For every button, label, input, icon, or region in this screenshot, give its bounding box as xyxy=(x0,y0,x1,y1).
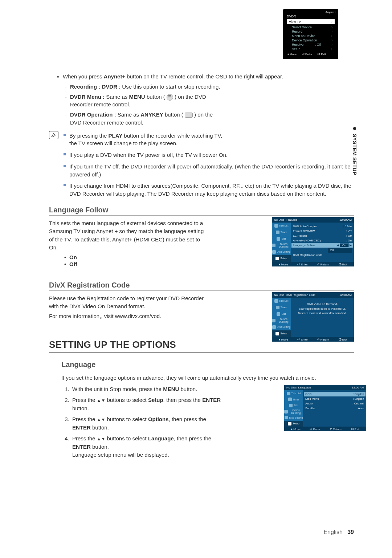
divx-info-line: DivX Video on Demand. xyxy=(293,302,352,307)
step-1: With the unit in Stop mode, press the ME… xyxy=(71,385,221,394)
osd-row-val: : Off xyxy=(315,43,321,46)
menu-row-label: DVD Auto Chapter xyxy=(293,225,328,228)
side-item: Disc Setting xyxy=(277,251,290,253)
osd-footer-move: ♦ Move xyxy=(287,53,297,56)
menu-row-val: : Original xyxy=(352,402,364,405)
footer-move: ♦ Move xyxy=(291,428,301,431)
anynet-logo: Anynet+ xyxy=(285,11,336,14)
side-item: Title List xyxy=(291,392,301,395)
menu-title: DivX Registration code xyxy=(286,293,315,297)
osd-header: DVDR xyxy=(285,15,336,18)
up-down-arrow-icon: ▲▼ xyxy=(97,436,106,441)
dubbing-icon xyxy=(284,410,288,414)
menu-row-val: : VR xyxy=(346,229,352,233)
side-item: Timer xyxy=(281,231,287,233)
side-item: DV/C8 Dubbing xyxy=(277,243,291,248)
osd-row: Menu on Device xyxy=(292,34,315,38)
side-item: DV/C8 Dubbing xyxy=(289,409,303,414)
footer-page-number: 39 xyxy=(347,529,354,535)
chevron-right-icon: › xyxy=(331,25,332,29)
osd-row: Receiver xyxy=(292,43,305,46)
menu-row-val: : English xyxy=(353,397,364,400)
anynet-osd-screenshot: Anynet+ DVDR View TV › Select Device› Re… xyxy=(283,9,338,59)
timer-icon xyxy=(276,231,279,234)
anykey-button-icon xyxy=(185,113,193,118)
menu-option: Off xyxy=(328,248,352,253)
side-item: Title List xyxy=(279,224,289,227)
menu-row-label: Subtitle xyxy=(305,407,340,410)
note-play: By pressing the PLAY button of the recor… xyxy=(69,132,225,148)
language-intro: If you set the language options in advan… xyxy=(61,374,354,382)
edit-icon xyxy=(277,312,280,316)
menu-row-highlight: Language Follow xyxy=(293,244,328,247)
features-menu-screenshot: No Disc Features 12:00 AM Title List Tim… xyxy=(272,217,354,266)
osd-footer-enter: ⏎ Enter xyxy=(302,53,312,56)
menu-row-label: Disc Menu xyxy=(305,397,340,400)
heading-divx: DivX Registration Code xyxy=(49,281,354,291)
footer-enter: ⏎ Enter xyxy=(297,338,307,341)
chevron-right-icon: › xyxy=(331,30,332,33)
menu-row-highlight-val: : English xyxy=(353,392,364,396)
footer-move: ♦ Move xyxy=(279,338,288,341)
chevron-right-icon: › xyxy=(331,38,332,42)
footer-enter: ⏎ Enter xyxy=(310,428,320,431)
side-item: Setup xyxy=(293,422,299,425)
note-hdmi: If you change from HDMI to other sources… xyxy=(69,182,354,198)
side-item: Disc Setting xyxy=(289,416,303,419)
footer-return: ↶ Return xyxy=(330,428,342,431)
gear-icon xyxy=(275,332,279,335)
osd-row: Select Device xyxy=(292,25,312,29)
timer-icon xyxy=(288,398,292,401)
menu-row-label: Audio xyxy=(305,402,340,405)
side-item: Edit xyxy=(294,404,298,407)
side-item: Edit xyxy=(281,237,286,240)
note-icon xyxy=(49,131,58,139)
nodisc-label: No Disc xyxy=(286,386,297,389)
menu-title: Features xyxy=(286,218,297,221)
footer-exit: ⦿ Exit xyxy=(351,428,360,431)
bullet-icon xyxy=(353,127,356,130)
note-poweroff: If you turn the TV off, the DVD Recorder… xyxy=(69,163,354,179)
menu-button-icon: ☰ xyxy=(167,94,173,101)
menu-row-label: EZ Record xyxy=(293,234,328,237)
clock: 12:00 AM xyxy=(352,386,364,389)
up-down-arrow-icon: ▲▼ xyxy=(97,417,106,422)
nodisc-label: No Disc xyxy=(274,293,284,297)
gear-icon xyxy=(275,257,279,260)
option-on: On xyxy=(69,254,209,260)
chevron-right-icon: › xyxy=(331,43,332,46)
osd-row: Record xyxy=(292,30,302,33)
heading-language: Language xyxy=(61,361,354,370)
titlelist-icon xyxy=(274,299,278,303)
chevron-right-icon: › xyxy=(331,20,332,24)
menu-row-val: : Auto xyxy=(357,407,364,410)
step-4: Press the ▲▼ buttons to select Language,… xyxy=(71,435,221,459)
page-footer: English _39 xyxy=(323,529,354,535)
side-item: Timer xyxy=(281,306,287,309)
divx-line2: For more information,, visit www.divx.co… xyxy=(49,312,209,321)
footer-move: ♦ Move xyxy=(279,263,288,266)
language-follow-body: This sets the menu language of external … xyxy=(49,219,209,252)
osd-selected-row: View TV › xyxy=(287,19,335,24)
clock: 12:00 AM xyxy=(339,293,352,297)
gear-icon xyxy=(288,422,291,425)
divx-line1: Please use the Registration code to regi… xyxy=(49,294,209,311)
footer-return: ↶ Return xyxy=(317,338,329,341)
heading-language-follow: Language Follow xyxy=(49,206,354,216)
footer-sep: _ xyxy=(343,529,347,535)
discsetting-icon xyxy=(285,416,288,419)
edit-icon xyxy=(277,237,280,241)
dash-recording: Recording : DVDR : Use this option to st… xyxy=(70,83,354,91)
side-item: DV/C8 Dubbing xyxy=(277,318,291,323)
edit-icon xyxy=(289,404,293,407)
dubbing-icon xyxy=(272,244,275,247)
note-poweron: If you play a DVD when the TV power is o… xyxy=(69,151,354,159)
osd-row: Setup xyxy=(292,47,301,51)
menu-row-label: Format DVD-RW xyxy=(293,229,328,233)
side-item: Disc Setting xyxy=(277,326,290,328)
menu-title: Language xyxy=(298,386,311,389)
footer-enter: ⏎ Enter xyxy=(297,263,307,266)
menu-row-val: : On xyxy=(346,239,352,242)
dubbing-icon xyxy=(272,319,275,322)
chevron-right-icon: › xyxy=(331,47,332,51)
